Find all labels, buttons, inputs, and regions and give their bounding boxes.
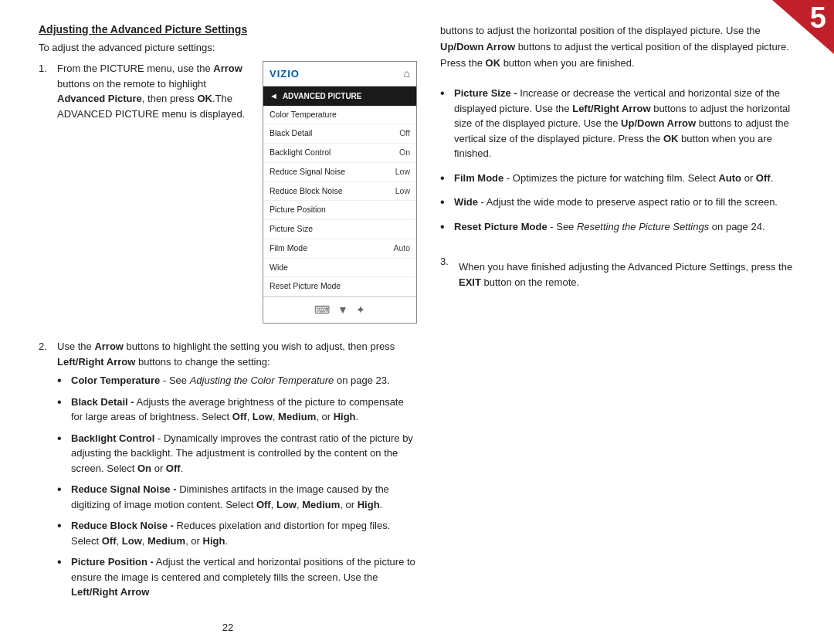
bullet-dot: • [57, 431, 66, 476]
bullet-dot: • [440, 219, 449, 235]
tv-menu-title-text: ADVANCED PICTURE [283, 90, 362, 102]
tv-item-label: Picture Position [270, 204, 326, 216]
bullet-picture-position: • Picture Position - Adjust the vertical… [57, 554, 417, 600]
bullet-text: Wide - Adjust the wide mode to preserve … [454, 195, 778, 210]
tv-item-label: Black Detail [270, 127, 312, 140]
bullet-signal-noise: • Reduce Signal Noise - Diminishes artif… [57, 482, 417, 512]
right-bullet-list: • Picture Size - Increase or decrease th… [440, 86, 795, 243]
back-arrow-icon: ◄ [270, 90, 278, 103]
tv-logo: VIZIO [270, 66, 300, 82]
bullet-dot: • [57, 554, 66, 600]
bullet-dot: • [57, 518, 66, 548]
right-bullet-pic-size: • Picture Size - Increase or decrease th… [440, 86, 795, 161]
step-3: 3. When you have finished adjusting the … [440, 256, 795, 290]
right-intro: buttons to adjust the horizontal positio… [440, 23, 795, 71]
tv-item-label: Picture Size [270, 223, 313, 236]
step-2: 2. Use the Arrow buttons to highlight th… [39, 339, 417, 606]
left-column: Adjusting the Advanced Picture Settings … [39, 23, 417, 629]
section-title: Adjusting the Advanced Picture Settings [39, 23, 417, 36]
tv-header: VIZIO ⌂ [263, 62, 416, 86]
tv-item-label: Film Mode [270, 242, 307, 255]
right-column: buttons to adjust the horizontal positio… [440, 23, 795, 629]
tv-item-signal-noise: Reduce Signal Noise Low [263, 163, 416, 182]
tv-item-label: Reduce Signal Noise [270, 166, 345, 178]
bullet-block-noise: • Reduce Block Noise - Reduces pixelatio… [57, 518, 417, 548]
step-2-num: 2. [39, 339, 53, 606]
bullet-text: Reduce Signal Noise - Diminishes artifac… [71, 482, 417, 512]
step-1: 1. VIZIO ⌂ ◄ ADVANCED PICTURE [39, 61, 417, 331]
bullet-backlight: • Backlight Control - Dynamically improv… [57, 431, 417, 476]
bullet-dot: • [440, 171, 449, 186]
tv-mockup: VIZIO ⌂ ◄ ADVANCED PICTURE Color Tempera… [263, 61, 417, 324]
tv-item-reset: Reset Picture Mode [263, 277, 416, 297]
steps-list: 1. VIZIO ⌂ ◄ ADVANCED PICTURE [39, 61, 417, 614]
bullet-dot: • [57, 482, 66, 512]
intro-text: To adjust the advanced picture settings: [39, 42, 417, 53]
tv-item-label: Reduce Block Noise [270, 185, 343, 198]
right-bullet-reset: • Reset Picture Mode - See Resetting the… [440, 219, 795, 235]
right-bullet-wide: • Wide - Adjust the wide mode to preserv… [440, 195, 795, 210]
bullet-text: Reset Picture Mode - See Resetting the P… [454, 219, 765, 235]
tv-item-value: Low [395, 185, 410, 198]
tv-keyboard-icon: ⌨ [314, 302, 330, 318]
right-bullet-film-mode: • Film Mode - Optimizes the picture for … [440, 171, 795, 186]
step-1-content: VIZIO ⌂ ◄ ADVANCED PICTURE Color Tempera… [57, 61, 417, 331]
tv-item-value: Auto [393, 242, 410, 255]
tv-item-film-mode: Film Mode Auto [263, 239, 416, 259]
page-number: 22 [39, 614, 417, 633]
tv-item-value: Low [395, 166, 410, 178]
tv-item-block-noise: Reduce Block Noise Low [263, 182, 416, 202]
bullet-list: • Color Temperature - See Adjusting the … [57, 373, 417, 600]
tv-item-pic-size: Picture Size [263, 220, 416, 239]
bullet-dot: • [57, 373, 66, 388]
tv-item-label: Color Temperature [270, 109, 337, 121]
tv-item-black-detail: Black Detail Off [263, 124, 416, 144]
bullet-color-temp: • Color Temperature - See Adjusting the … [57, 373, 417, 388]
tv-footer: ⌨ ▼ ✦ [263, 297, 416, 323]
tv-settings-icon: ✦ [356, 302, 365, 318]
tv-down-icon: ▼ [337, 302, 348, 318]
tv-item-label: Reset Picture Mode [270, 280, 341, 293]
tv-item-label: Wide [270, 262, 288, 274]
bullet-black-detail: • Black Detail - Adjusts the average bri… [57, 395, 417, 425]
bullet-dot: • [440, 195, 449, 210]
bullet-text: Black Detail - Adjusts the average brigh… [71, 395, 417, 425]
home-icon: ⌂ [404, 66, 410, 82]
bullet-dot: • [57, 395, 66, 425]
tv-item-pic-pos: Picture Position [263, 201, 416, 220]
tv-item-wide: Wide [263, 259, 416, 278]
tv-item-value: On [399, 147, 410, 159]
tv-menu-title: ◄ ADVANCED PICTURE [263, 86, 416, 106]
badge-number: 5 [810, 3, 826, 32]
step-3-text: When you have finished adjusting the Adv… [459, 259, 795, 290]
tv-item-color-temp: Color Temperature [263, 106, 416, 125]
step-2-content: Use the Arrow buttons to highlight the s… [57, 339, 417, 606]
tv-menu-items: Color Temperature Black Detail Off Backl… [263, 106, 416, 297]
bullet-text: Reduce Block Noise - Reduces pixelation … [71, 518, 417, 548]
bullet-text: Color Temperature - See Adjusting the Co… [71, 373, 390, 388]
bullet-dot: • [440, 86, 449, 161]
bullet-text: Film Mode - Optimizes the picture for wa… [454, 171, 773, 186]
tv-item-backlight: Backlight Control On [263, 144, 416, 163]
tv-item-label: Backlight Control [270, 147, 331, 159]
step-3-num: 3. [440, 256, 454, 290]
bullet-text: Picture Position - Adjust the vertical a… [71, 554, 417, 600]
step-1-num: 1. [39, 61, 53, 331]
bullet-text: Backlight Control - Dynamically improves… [71, 431, 417, 476]
tv-item-value: Off [399, 127, 410, 140]
bullet-text: Picture Size - Increase or decrease the … [454, 86, 795, 161]
